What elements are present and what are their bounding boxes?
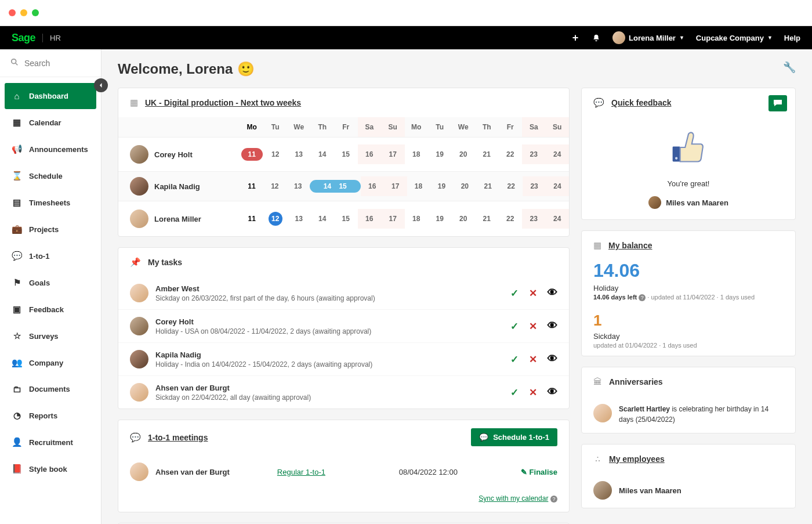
day-head: We — [452, 117, 476, 137]
help-icon[interactable]: ? — [639, 294, 646, 301]
building-icon: 🏛 — [593, 377, 602, 386]
new-feedback-button[interactable] — [768, 95, 787, 111]
employees-title[interactable]: My employees — [609, 454, 665, 464]
nav-dashboard[interactable]: ⌂Dashboard — [5, 83, 96, 109]
task-row: Amber WestSickday on 26/03/2022, first p… — [118, 277, 569, 309]
approve-icon[interactable]: ✓ — [510, 353, 519, 366]
reject-icon[interactable]: ✕ — [529, 386, 537, 399]
thumbs-up-icon — [582, 117, 795, 179]
user-menu[interactable]: Lorena Miller ▼ — [612, 31, 684, 44]
nav-surveys[interactable]: ☆Surveys — [5, 323, 96, 349]
chevron-down-icon: ▼ — [679, 35, 684, 41]
holiday-sub: 14.06 days left ? · updated at 11/04/202… — [582, 294, 795, 308]
reject-icon[interactable]: ✕ — [529, 320, 537, 333]
schedule-person[interactable]: Kapila Nadig — [118, 177, 240, 196]
meeting-link[interactable]: Regular 1-to-1 — [277, 468, 392, 476]
feedback-author: Miles van Maaren — [582, 196, 795, 219]
sync-calendar-link[interactable]: Sync with my calendar — [478, 494, 548, 503]
bell-icon[interactable] — [592, 33, 601, 42]
nav-documents[interactable]: 🗀Documents — [5, 376, 96, 402]
tasks-title: My tasks — [148, 258, 182, 267]
schedule-person[interactable]: Lorena Miller — [118, 209, 240, 228]
close-window-icon[interactable] — [9, 9, 16, 16]
today-badge[interactable]: 12 — [269, 212, 282, 226]
schedule-meeting-button[interactable]: 💬 Schedule 1-to-1 — [471, 428, 557, 446]
help-link[interactable]: Help — [784, 34, 800, 42]
day-head: Mo — [405, 117, 429, 137]
logo: Sage — [12, 32, 35, 44]
avatar-icon — [130, 383, 148, 402]
pie-icon: ◔ — [12, 410, 22, 421]
sidebar-collapse-button[interactable] — [94, 78, 108, 92]
add-icon[interactable]: + — [571, 33, 580, 42]
help-icon[interactable]: ? — [550, 496, 557, 503]
nav-timesheets[interactable]: ▤Timesheets — [5, 189, 96, 216]
calendar-icon: ▦ — [593, 240, 601, 251]
approve-icon[interactable]: ✓ — [510, 320, 519, 333]
finalise-button[interactable]: ✎Finalise — [521, 468, 557, 476]
nav-stylebook[interactable]: 📕Style book — [5, 456, 96, 482]
task-desc: Holiday - USA on 08/04/2022 - 11/04/2022… — [155, 327, 503, 335]
approve-icon[interactable]: ✓ — [510, 386, 519, 399]
employee-name: Miles van Maaren — [619, 486, 682, 495]
balance-title[interactable]: My balance — [608, 241, 652, 250]
window-chrome — [0, 0, 812, 26]
view-icon[interactable]: 👁 — [548, 353, 557, 365]
feedback-title[interactable]: Quick feedback — [611, 98, 672, 107]
task-person: Amber West — [155, 284, 503, 293]
day-head: Sa — [522, 117, 546, 137]
nav-calendar[interactable]: ▦Calendar — [5, 109, 96, 136]
view-icon[interactable]: 👁 — [548, 320, 557, 332]
sickday-label: Sickday — [582, 330, 795, 342]
maximize-window-icon[interactable] — [32, 9, 39, 16]
employee-row[interactable]: Miles van Maaren — [582, 473, 795, 508]
task-desc: Sickday on 22/04/2022, all day (awaiting… — [155, 393, 503, 402]
anniversaries-card: 🏛 Anniversaries Scarlett Hartley is cele… — [581, 367, 796, 433]
tasks-card: 📌 My tasks Amber WestSickday on 26/03/20… — [118, 247, 570, 409]
nav-company[interactable]: 👥Company — [5, 349, 96, 376]
anniversary-name: Scarlett Hartley — [619, 405, 670, 413]
folder-icon: 🗀 — [12, 384, 22, 394]
avatar-icon — [593, 404, 612, 422]
table-icon: ▤ — [12, 197, 22, 208]
comment-icon: 💬 — [593, 97, 604, 108]
schedule-person[interactable]: Corey Holt — [118, 145, 240, 164]
nav-1to1[interactable]: 💬1-to-1 — [5, 243, 96, 269]
leave-badge[interactable]: 11 — [241, 148, 263, 161]
nav-goals[interactable]: ⚑Goals — [5, 269, 96, 296]
feedback-text: You're great! — [582, 179, 795, 188]
approve-icon[interactable]: ✓ — [510, 287, 519, 299]
avatar-icon — [130, 462, 148, 481]
search-input[interactable] — [24, 59, 90, 68]
task-person: Corey Holt — [155, 317, 503, 326]
minimize-window-icon[interactable] — [20, 9, 27, 16]
user-name: Lorena Miller — [629, 34, 676, 42]
task-row: Ahsen van der BurgtSickday on 22/04/2022… — [118, 375, 569, 409]
nav-reports[interactable]: ◔Reports — [5, 402, 96, 429]
calendar-icon: ▦ — [130, 97, 138, 108]
nav-schedule[interactable]: ⌛Schedule — [5, 162, 96, 189]
nav-projects[interactable]: 💼Projects — [5, 216, 96, 243]
task-row: Kapila NadigHoliday - India on 14/04/202… — [118, 342, 569, 375]
holiday-label: Holiday — [582, 281, 795, 294]
meetings-title[interactable]: 1-to-1 meetings — [148, 433, 208, 442]
nav-recruitment[interactable]: 👤Recruitment — [5, 429, 96, 456]
company-menu[interactable]: Cupcake Company ▼ — [696, 34, 773, 42]
schedule-title[interactable]: UK - Digital production - Next two weeks — [145, 98, 301, 107]
holiday-balance: 14.06 — [582, 260, 795, 281]
day-head: Sa — [358, 117, 382, 137]
hourglass-icon: ⌛ — [12, 171, 22, 181]
avatar-icon — [130, 209, 148, 228]
nav-announcements[interactable]: 📢Announcements — [5, 136, 96, 162]
view-icon[interactable]: 👁 — [548, 386, 557, 398]
leave-badge[interactable]: 14 15 — [310, 180, 361, 193]
nav-feedback[interactable]: ▣Feedback — [5, 296, 96, 323]
view-icon[interactable]: 👁 — [548, 287, 557, 299]
smile-icon: 🙂 — [237, 61, 255, 77]
anniversaries-title: Anniversaries — [609, 377, 663, 386]
avatar-icon — [593, 481, 612, 500]
reject-icon[interactable]: ✕ — [529, 287, 537, 299]
reject-icon[interactable]: ✕ — [529, 353, 537, 366]
settings-wrench-icon[interactable]: 🔧 — [783, 61, 796, 74]
avatar-icon — [130, 317, 148, 335]
